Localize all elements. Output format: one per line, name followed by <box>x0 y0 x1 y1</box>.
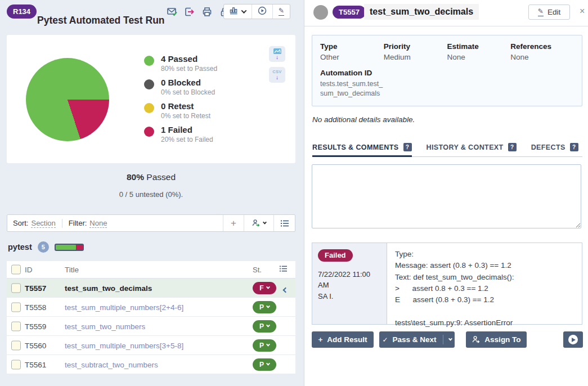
id-column-header[interactable]: ID <box>25 266 33 274</box>
csv-label: CSV <box>272 69 281 74</box>
status-column-header[interactable]: St. <box>253 266 262 274</box>
play-icon <box>568 335 578 344</box>
estimate-label: Estimate <box>447 42 511 51</box>
row-checkbox[interactable] <box>11 302 21 312</box>
results-chart-card: 4 Passed 80% set to Passed 0 Blocked 0% … <box>7 35 295 163</box>
table-row[interactable]: T5561 test_subtract_two_numbers P <box>7 355 295 374</box>
chevron-down-icon <box>241 8 247 14</box>
sort-label: Sort: <box>13 219 28 227</box>
edit-button[interactable]: ✎ Edit <box>528 5 570 20</box>
sort-value-link[interactable]: Section <box>31 219 55 228</box>
result-timestamp: 7/22/2022 11:00 AM <box>318 270 381 291</box>
sort-filter-bar: Sort: Section Filter: None + <box>7 214 295 232</box>
tab-defects[interactable]: DEFECTS ? <box>531 143 578 156</box>
status-badge[interactable]: P <box>253 320 276 333</box>
legend-item-blocked: 0 Blocked 0% set to Blocked <box>144 78 217 96</box>
row-checkbox[interactable] <box>11 340 21 350</box>
run-test-button[interactable] <box>563 331 583 348</box>
filter-value-link[interactable]: None <box>89 219 107 228</box>
add-test-button[interactable]: + <box>223 215 244 231</box>
references-label: References <box>510 42 574 51</box>
status-badge[interactable]: P <box>253 358 276 371</box>
print-icon[interactable] <box>202 7 212 17</box>
status-badge[interactable]: P <box>253 339 276 352</box>
title-column-header[interactable]: Title <box>65 266 79 274</box>
chart-view-button[interactable] <box>224 5 252 19</box>
help-icon[interactable]: ? <box>508 143 517 151</box>
help-icon[interactable]: ? <box>570 143 578 151</box>
row-checkbox[interactable] <box>11 283 21 293</box>
columns-icon <box>280 219 289 227</box>
case-details-card: Type Other Priority Medium Estimate None… <box>312 35 582 106</box>
test-title-link[interactable]: test_subtract_two_numbers <box>65 360 158 369</box>
result-status-badge: Failed <box>318 249 353 262</box>
plus-icon: + <box>318 335 322 344</box>
test-run-panel: R134 Pytest Automated Test Run ✎ <box>0 0 304 386</box>
collapse-detail-chevron[interactable] <box>283 287 289 293</box>
chevron-down-icon <box>266 304 270 308</box>
run-id-badge[interactable]: R134 <box>7 5 37 19</box>
untested-summary: 0 / 5 untested (0%). <box>7 190 295 199</box>
blocked-dot-icon <box>144 79 154 89</box>
table-row[interactable]: T5560 test_sum_multiple_numbers[3+5-8] P <box>7 336 295 355</box>
pencil-icon: ✎ <box>279 7 284 16</box>
test-title-link[interactable]: test_sum_two_decimals <box>65 284 152 292</box>
assign-user-icon <box>252 219 260 227</box>
failed-dot-icon <box>144 127 154 137</box>
close-icon[interactable]: × <box>580 6 585 16</box>
test-title-link[interactable]: test_sum_multiple_numbers[3+5-8] <box>65 341 183 349</box>
pencil-icon: ✎ <box>538 8 544 16</box>
export-icon[interactable] <box>185 7 195 17</box>
assign-to-button[interactable]: Assign To <box>466 331 527 348</box>
case-id-badge[interactable]: T5557 <box>333 6 366 19</box>
legend-item-failed: 1 Failed 20% set to Failed <box>144 125 217 143</box>
test-id: T5559 <box>25 322 46 330</box>
columns-button[interactable] <box>273 215 295 231</box>
test-detail-panel: T5557 test_sum_two_decimals ✎ Edit × Typ… <box>304 0 588 386</box>
tab-results-comments[interactable]: RESULTS & COMMENTS ? <box>312 143 412 156</box>
divider <box>304 26 588 26</box>
table-row[interactable]: T5557 test_sum_two_decimals F <box>7 279 295 298</box>
edit-run-button[interactable]: ✎ <box>272 5 290 19</box>
download-csv-button[interactable]: CSV ↓ <box>269 67 285 83</box>
result-author: SA I. <box>318 292 381 300</box>
chevron-down-icon <box>448 337 452 341</box>
result-card: Failed 7/22/2022 11:00 AM SA I. Type: Me… <box>312 243 582 325</box>
add-result-button[interactable]: + Add Result <box>312 331 374 348</box>
status-badge[interactable]: P <box>253 301 276 313</box>
assign-dropdown-button[interactable] <box>244 215 273 231</box>
group-name[interactable]: pytest <box>8 243 32 252</box>
select-all-checkbox[interactable] <box>11 265 21 275</box>
pass-and-next-button[interactable]: ✓ Pass & Next <box>379 331 455 348</box>
row-checkbox[interactable] <box>11 360 21 369</box>
estimate-value: None <box>447 53 511 61</box>
row-checkbox[interactable] <box>11 321 21 331</box>
chevron-down-icon <box>266 362 270 366</box>
chevron-down-icon <box>266 324 270 327</box>
image-icon <box>273 48 281 54</box>
download-chart-image-button[interactable]: ↓ <box>269 46 285 62</box>
automation-id-label: Automation ID <box>320 69 574 77</box>
status-badge[interactable]: F <box>253 282 276 294</box>
table-header: ID Title St. <box>7 261 295 279</box>
bar-chart-icon <box>230 6 238 17</box>
email-report-icon[interactable] <box>167 7 177 17</box>
assign-user-icon <box>472 335 480 344</box>
pass-rate-summary: 80% Passed <box>7 172 295 182</box>
group-count-badge: 5 <box>38 241 49 253</box>
test-title-link[interactable]: test_sum_multiple_numbers[2+4-6] <box>65 303 183 311</box>
plus-icon: + <box>231 218 236 228</box>
tab-history-context[interactable]: HISTORY & CONTEXT ? <box>427 143 517 156</box>
comment-input[interactable] <box>312 164 581 228</box>
test-title-link[interactable]: test_sum_two_numbers <box>65 322 145 330</box>
no-details-text: No additional details available. <box>312 115 415 124</box>
rerun-button[interactable] <box>252 5 272 19</box>
columns-icon[interactable] <box>279 265 288 274</box>
avatar <box>313 5 328 20</box>
help-icon[interactable]: ? <box>403 143 412 151</box>
run-toolbar: ✎ <box>223 4 290 19</box>
priority-value: Medium <box>384 53 447 61</box>
table-row[interactable]: T5559 test_sum_two_numbers P <box>7 317 295 336</box>
play-circle-icon <box>258 6 267 17</box>
table-row[interactable]: T5558 test_sum_multiple_numbers[2+4-6] P <box>7 298 295 317</box>
